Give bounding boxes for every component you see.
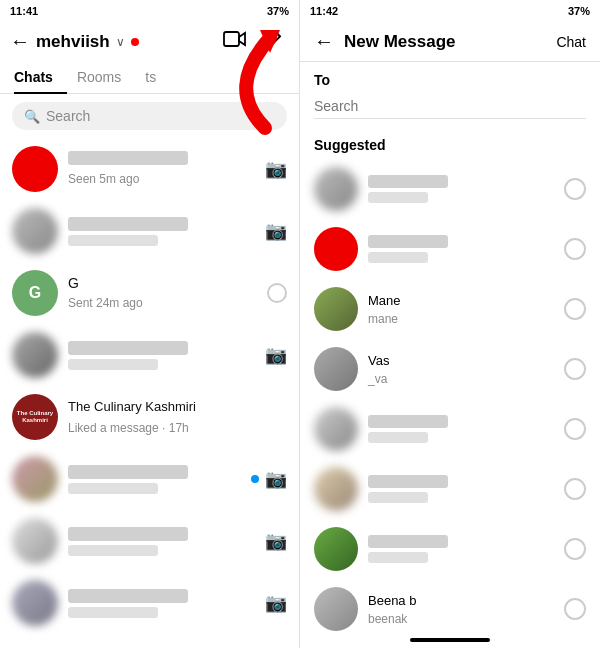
chat-info-3: G Sent 24m ago (68, 275, 257, 311)
suggested-item-1[interactable] (300, 159, 600, 219)
search-bar-left[interactable]: 🔍 Search (12, 102, 287, 130)
compose-icon[interactable] (263, 28, 285, 55)
suggested-item-5[interactable] (300, 399, 600, 459)
camera-icon-7[interactable]: 📷 (265, 530, 287, 552)
sug-name-2 (368, 235, 448, 248)
video-icon[interactable] (223, 30, 247, 53)
sug-name-1 (368, 175, 448, 188)
back-button-right[interactable]: ← (314, 30, 334, 53)
chat-sub-7 (68, 545, 158, 556)
chat-name-1 (68, 151, 188, 165)
radio-btn-2[interactable] (564, 238, 586, 260)
radio-btn-6[interactable] (564, 478, 586, 500)
chat-info-7 (68, 527, 255, 556)
tab-ts[interactable]: ts (145, 61, 170, 93)
chat-info-5: The Culinary Kashmiri Liked a message · … (68, 399, 287, 436)
tab-chats[interactable]: Chats (14, 61, 67, 93)
suggested-avatar-8 (314, 587, 358, 631)
chat-action-2: 📷 (265, 220, 287, 242)
sug-info-2 (368, 235, 554, 263)
chat-action-4: 📷 (265, 344, 287, 366)
suggested-avatar-5 (314, 407, 358, 451)
tab-rooms[interactable]: Rooms (77, 61, 135, 93)
sug-info-6 (368, 475, 554, 503)
sug-info-1 (368, 175, 554, 203)
chat-item-5[interactable]: The Culinary Kashmiri The Culinary Kashm… (0, 386, 299, 448)
suggested-label: Suggested (300, 129, 600, 159)
left-panel: 11:41 37% ← mehviish ∨ (0, 0, 300, 648)
sug-handle-6 (368, 492, 428, 503)
avatar-8 (12, 580, 58, 626)
chat-item-7[interactable]: 📷 (0, 510, 299, 572)
avatar-1 (12, 146, 58, 192)
chat-name-5: The Culinary Kashmiri (68, 399, 287, 414)
back-button-left[interactable]: ← (10, 30, 30, 53)
radio-btn-8[interactable] (564, 598, 586, 620)
dropdown-icon[interactable]: ∨ (116, 35, 125, 49)
checkbox-3[interactable] (267, 283, 287, 303)
avatar-5: The Culinary Kashmiri (12, 394, 58, 440)
chat-name-8 (68, 589, 188, 603)
suggested-item-8[interactable]: Beena b beenak (300, 579, 600, 632)
recipient-search-input[interactable] (314, 94, 586, 119)
radio-btn-7[interactable] (564, 538, 586, 560)
suggested-avatar-3 (314, 287, 358, 331)
sug-info-7 (368, 535, 554, 563)
chat-sub-2 (68, 235, 158, 246)
radio-btn-5[interactable] (564, 418, 586, 440)
chat-link-button[interactable]: Chat (556, 34, 586, 50)
header-right-left: ← New Message (314, 30, 456, 53)
suggested-avatar-1 (314, 167, 358, 211)
chat-item-2[interactable]: 📷 (0, 200, 299, 262)
camera-icon-1[interactable]: 📷 (265, 158, 287, 180)
sug-handle-1 (368, 192, 428, 203)
username-label: mehviish (36, 32, 110, 52)
sug-info-3: Mane mane (368, 293, 554, 326)
radio-btn-1[interactable] (564, 178, 586, 200)
to-row: To (300, 62, 600, 129)
header-left: ← mehviish ∨ (0, 22, 299, 61)
chat-item-6[interactable]: 📷 (0, 448, 299, 510)
new-message-title: New Message (344, 32, 456, 52)
chat-item-8[interactable]: 📷 (0, 572, 299, 634)
avatar-4 (12, 332, 58, 378)
camera-icon-6[interactable]: 📷 (265, 468, 287, 490)
sug-handle-4: _va (368, 372, 428, 386)
chat-item-1[interactable]: Seen 5m ago 📷 (0, 138, 299, 200)
suggested-avatar-2 (314, 227, 358, 271)
unread-dot-6 (251, 475, 259, 483)
online-status-dot (131, 38, 139, 46)
suggested-item-3[interactable]: Mane mane (300, 279, 600, 339)
avatar-2 (12, 208, 58, 254)
chat-item-4[interactable]: 📷 (0, 324, 299, 386)
camera-icon-4[interactable]: 📷 (265, 344, 287, 366)
chat-sub-1: Seen 5m ago (68, 172, 139, 186)
status-bar-left: 11:41 37% (0, 0, 299, 22)
chat-info-6 (68, 465, 241, 494)
sug-handle-5 (368, 432, 428, 443)
chat-name-7 (68, 527, 188, 541)
chat-sub-4 (68, 359, 158, 370)
sug-name-5 (368, 415, 448, 428)
chat-action-1: 📷 (265, 158, 287, 180)
suggested-list: Mane mane Vas _va (300, 159, 600, 632)
chat-sub-6 (68, 483, 158, 494)
camera-icon-2[interactable]: 📷 (265, 220, 287, 242)
suggested-item-2[interactable] (300, 219, 600, 279)
sug-name-7 (368, 535, 448, 548)
suggested-item-7[interactable] (300, 519, 600, 579)
sug-info-5 (368, 415, 554, 443)
chat-name-6 (68, 465, 188, 479)
home-indicator (410, 638, 490, 642)
chat-item-3[interactable]: G G Sent 24m ago (0, 262, 299, 324)
sug-handle-7 (368, 552, 428, 563)
chat-action-8: 📷 (265, 592, 287, 614)
sug-info-8: Beena b beenak (368, 593, 554, 626)
radio-btn-3[interactable] (564, 298, 586, 320)
suggested-item-4[interactable]: Vas _va (300, 339, 600, 399)
chat-info-1: Seen 5m ago (68, 151, 255, 187)
radio-btn-4[interactable] (564, 358, 586, 380)
suggested-avatar-4 (314, 347, 358, 391)
suggested-item-6[interactable] (300, 459, 600, 519)
camera-icon-8[interactable]: 📷 (265, 592, 287, 614)
